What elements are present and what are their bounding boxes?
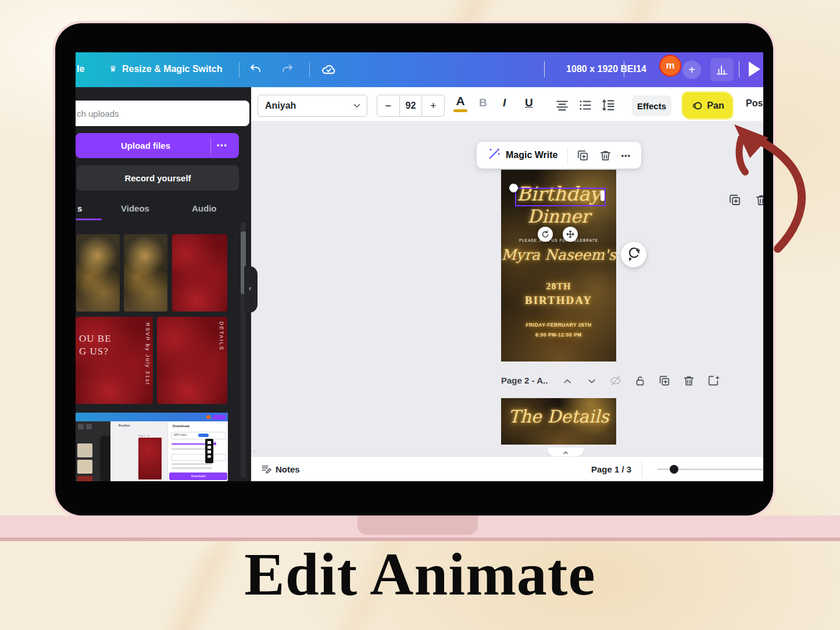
font-size-increase[interactable]: +: [421, 96, 444, 116]
font-size-decrease[interactable]: −: [377, 96, 400, 116]
page1-duplicate-icon[interactable]: [728, 193, 742, 207]
toolbar-divider: [544, 61, 545, 77]
more-options-button[interactable]: •••: [621, 151, 631, 160]
text-selection-box[interactable]: [515, 188, 606, 206]
tab-audio[interactable]: Audio: [192, 203, 217, 213]
design-page-2[interactable]: The Details: [501, 398, 616, 445]
upload-thumbnail-video-tutorial[interactable]: Position Page 1 - A Download MP4 Video D…: [76, 413, 228, 481]
italic-button[interactable]: I: [503, 96, 506, 109]
insights-chart-icon[interactable]: [710, 58, 734, 81]
page2-move-up-icon[interactable]: [562, 375, 573, 387]
add-member-button[interactable]: +: [682, 60, 701, 79]
text-align-icon[interactable]: [555, 98, 570, 113]
upload-more-button[interactable]: •••: [217, 141, 228, 149]
zoom-slider-handle[interactable]: [670, 465, 678, 474]
file-menu[interactable]: le: [77, 64, 84, 74]
thumb-vertical-text: DETAILS: [219, 321, 224, 351]
line-spacing-icon[interactable]: [601, 98, 616, 113]
move-handle[interactable]: [563, 227, 578, 242]
page2-delete-icon[interactable]: [682, 374, 695, 387]
uploads-panel: Upload files ••• Record yourself s Video…: [76, 87, 251, 481]
font-size-value[interactable]: 92: [400, 96, 422, 116]
bullet-list-icon[interactable]: [578, 98, 593, 113]
chevron-left-icon: ‹: [249, 284, 251, 292]
cloud-saved-icon: [321, 62, 337, 78]
text-color-letter: A: [453, 94, 467, 108]
mini-red-design: [138, 438, 162, 479]
mini-avatar: [206, 415, 210, 419]
editor-canvas[interactable]: Birthday Dinner PLEASE JOIN US FOR CELEB…: [251, 121, 763, 456]
design-name[interactable]: Myra Naseem's: [501, 246, 616, 263]
design-page-1[interactable]: Birthday Dinner PLEASE JOIN US FOR CELEB…: [501, 170, 616, 361]
bottombar-divider: [642, 461, 642, 477]
search-uploads-input[interactable]: [76, 101, 249, 126]
tab-images[interactable]: s: [77, 203, 82, 213]
delete-icon[interactable]: [599, 149, 612, 162]
rotate-handle[interactable]: [538, 227, 553, 242]
pan-animate-button[interactable]: Pan: [682, 92, 732, 119]
font-family-dropdown[interactable]: Aniyah: [258, 95, 367, 117]
page2-duplicate-icon[interactable]: [658, 374, 671, 387]
active-tab-underline: [76, 219, 102, 220]
mini-page-label: Page 1 - A: [138, 434, 149, 437]
record-yourself-button[interactable]: Record yourself: [77, 165, 239, 191]
upload-divider: [210, 138, 211, 153]
design2-title[interactable]: The Details: [501, 406, 616, 427]
underline-button[interactable]: U: [525, 96, 533, 109]
upload-thumbnail-red-save-date[interactable]: [172, 234, 227, 312]
upload-files-label: Upload files: [121, 141, 170, 151]
design-title-line2[interactable]: Dinner: [501, 206, 616, 227]
canva-app-window: le ♛ Resize & Magic Switch 1080 x 1920 B…: [76, 52, 763, 481]
top-menu-bar: le ♛ Resize & Magic Switch 1080 x 1920 B…: [76, 52, 763, 87]
page2-add-page-icon[interactable]: [707, 374, 720, 387]
bold-button[interactable]: B: [479, 96, 487, 109]
mini-download-button: Download: [169, 472, 227, 480]
effects-button[interactable]: Effects: [632, 95, 671, 116]
mini-download-panel: Download MP4 Video Download: [167, 421, 228, 481]
resize-magic-switch-button[interactable]: Resize & Magic Switch: [122, 64, 223, 74]
upload-thumbnail-red-joining[interactable]: OU BE G US? RSVP by July 31st: [76, 317, 153, 404]
upload-files-button[interactable]: Upload files •••: [76, 133, 239, 158]
page2-label[interactable]: Page 2 - A..: [501, 375, 548, 385]
topbar-divider: [239, 62, 240, 77]
mini-file-type: MP4 Video: [174, 434, 187, 436]
selection-side-handle[interactable]: [600, 190, 605, 201]
add-comment-button[interactable]: [621, 242, 646, 267]
redo-icon[interactable]: [280, 63, 294, 77]
design-event[interactable]: BIRTHDAY: [501, 294, 616, 307]
popup-divider: [567, 147, 568, 163]
present-play-button[interactable]: [749, 62, 760, 77]
design-subtitle[interactable]: PLEASE JOIN US FOR CELEBRATE: [501, 238, 616, 242]
page2-move-down-icon[interactable]: [586, 375, 598, 387]
sidebar-collapse-tab[interactable]: ‹: [244, 266, 258, 313]
design-time[interactable]: 6:00 PM-12:00 PM: [501, 332, 616, 338]
page2-hide-icon[interactable]: [609, 374, 622, 387]
duplicate-icon[interactable]: [576, 149, 589, 162]
text-color-button[interactable]: A: [453, 94, 467, 112]
scroll-hint-chevron: ‹: [253, 446, 255, 455]
magic-write-label[interactable]: Magic Write: [506, 150, 558, 160]
chevron-down-icon: [352, 101, 362, 111]
mini-canvas: Position Page 1 - A: [110, 421, 167, 481]
toolbar-divider: [739, 61, 739, 77]
upload-thumbnail-red-details[interactable]: DETAILS: [157, 317, 227, 404]
pro-crown-icon: ♛: [109, 64, 117, 73]
notes-button[interactable]: Notes: [276, 464, 300, 474]
font-size-stepper: − 92 +: [377, 95, 445, 117]
design-date[interactable]: FRIDAY-FEBRUARY 26TH: [501, 322, 616, 328]
page2-lock-icon[interactable]: [634, 374, 646, 387]
selection-corner-handle[interactable]: [509, 184, 518, 192]
toolbar-divider: [624, 61, 624, 77]
tab-videos[interactable]: Videos: [121, 203, 149, 213]
page1-delete-icon[interactable]: [755, 193, 763, 207]
undo-icon[interactable]: [249, 63, 263, 77]
upload-thumbnail-gold-1[interactable]: [76, 234, 120, 312]
avatar[interactable]: m: [659, 55, 681, 77]
timeline-collapse-tab[interactable]: [548, 448, 584, 456]
design-age[interactable]: 28TH: [501, 281, 616, 292]
font-name: Aniyah: [258, 101, 296, 111]
upload-thumbnail-gold-2[interactable]: [124, 234, 167, 312]
thumb-text: OU BE: [79, 333, 112, 345]
text-color-swatch: [453, 109, 467, 112]
position-button[interactable]: Posi: [746, 98, 763, 109]
